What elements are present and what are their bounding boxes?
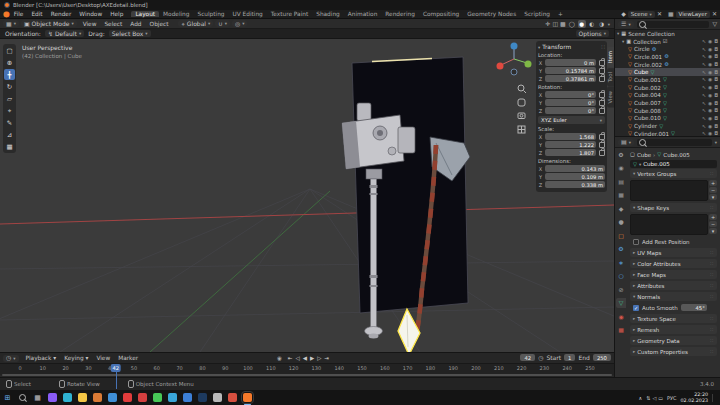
snap-dropdown[interactable]: ∪▾ (215, 20, 230, 27)
start-frame-field[interactable]: 1 (564, 354, 575, 361)
shading-wireframe-button[interactable]: ◯ (568, 20, 576, 28)
rotation-mode-dropdown[interactable]: XYZ Euler▾ (538, 116, 605, 124)
datablock-name-field[interactable]: ▽ ▾ Cube.005 (630, 160, 717, 168)
transform-tool[interactable]: ⌖ (4, 105, 15, 116)
shading-material-button[interactable]: ◐ (588, 20, 596, 28)
selectable-icon[interactable]: ↖ (702, 77, 706, 82)
render-camera-icon[interactable]: ◘ (714, 124, 718, 129)
hide-eye-icon[interactable]: ◉ (708, 85, 712, 90)
play-reverse-button[interactable]: ◀ (302, 355, 308, 361)
menu-render[interactable]: Render (47, 11, 76, 17)
render-camera-icon[interactable]: ◘ (714, 93, 718, 98)
office-grid[interactable] (228, 393, 237, 402)
render-camera-icon[interactable]: ◘ (714, 39, 718, 44)
transform-value-field[interactable]: 0.109 m (545, 173, 605, 180)
panel-header-geometry-data[interactable]: ▸Geometry Data∷ (630, 336, 717, 345)
transform-value-field[interactable]: 0.338 m (545, 181, 605, 188)
file-explorer[interactable] (78, 393, 87, 402)
navigation-gizmo[interactable] (497, 43, 532, 76)
transform-value-field[interactable]: 0.15784 m (545, 67, 596, 74)
selectable-icon[interactable]: ↖ (702, 116, 706, 121)
taskbar-clock[interactable]: 22:20 02.02.2023 (681, 392, 708, 403)
gizmo-neg-axis[interactable] (511, 69, 517, 75)
workspace-tab-uv-editing[interactable]: UV Editing (229, 11, 267, 17)
menu-edit[interactable]: Edit (27, 11, 46, 17)
search-button[interactable] (18, 393, 27, 402)
material-tab[interactable]: ◉ (616, 311, 626, 321)
constraints-tab[interactable]: ⊘ (616, 284, 626, 294)
proportional-editing-dropdown[interactable]: ◎▾ (232, 20, 248, 27)
add-workspace-button[interactable]: + (554, 11, 567, 17)
transform-value-field[interactable]: 1.222 (545, 141, 596, 148)
selectable-icon[interactable]: ↖ (702, 124, 706, 129)
outliner-row-collection[interactable]: ▾▣Collection☑↖◉◘ (615, 38, 720, 46)
remove-view-layer-icon[interactable]: ✕ (712, 11, 717, 17)
orientation-default-dropdown[interactable]: ↯ Default▾ (45, 30, 84, 37)
transform-value-field[interactable]: 0.143 m (545, 165, 605, 172)
hide-eye-icon[interactable]: ◉ (708, 116, 712, 121)
physics-tab[interactable]: ○ (616, 271, 626, 281)
yandex-browser[interactable] (123, 393, 132, 402)
jump-to-start-button[interactable]: ⇤ (287, 355, 294, 361)
editor-type-dropdown[interactable]: ▦▾ (3, 20, 19, 27)
backdrop-plane[interactable] (352, 57, 468, 313)
panel-header-attributes[interactable]: ▸Attributes∷ (630, 281, 717, 290)
measure-tool[interactable]: ⊿ (4, 129, 15, 140)
jump-to-end-button[interactable]: ⇥ (323, 355, 330, 361)
whatsapp[interactable] (153, 393, 162, 402)
hide-eye-icon[interactable]: ◉ (708, 101, 712, 106)
outliner-row-cube.002[interactable]: ▽Cube.002▽↖◉◘ (615, 84, 720, 92)
telegram[interactable] (168, 393, 177, 402)
red-app[interactable] (138, 393, 147, 402)
render-camera-icon[interactable]: ◘ (714, 108, 718, 113)
workspace-tab-sculpting[interactable]: Sculpting (193, 11, 228, 17)
selectable-icon[interactable]: ↖ (702, 93, 706, 98)
world-tab[interactable]: ● (616, 217, 626, 227)
disclosure-icon[interactable]: ▾ (617, 31, 619, 36)
panel-header-texture-space[interactable]: ▸Texture Space∷ (630, 314, 717, 323)
viewport-menu-view[interactable]: View (79, 21, 101, 27)
xray-icon[interactable]: ▩ (560, 21, 566, 27)
object-tab[interactable]: ▢ (616, 230, 626, 240)
pan-hand-icon[interactable] (518, 99, 525, 106)
workspace-tab-scripting[interactable]: Scripting (520, 11, 554, 17)
n-panel-tab-view[interactable]: View (607, 87, 614, 108)
select-box-tool[interactable]: ▢ (4, 45, 15, 56)
options-dropdown[interactable]: Options▾ (576, 30, 609, 37)
gizmo-y-axis[interactable] (525, 61, 532, 68)
render-camera-icon[interactable]: ◘ (714, 85, 718, 90)
particles-tab[interactable]: ∗ (616, 257, 626, 267)
lock-icon[interactable] (599, 68, 605, 74)
lock-icon[interactable] (599, 142, 605, 148)
workspace-tab-rendering[interactable]: Rendering (381, 11, 419, 17)
view-layer-tab[interactable]: ▦ (616, 190, 626, 200)
tray-expand-icon[interactable]: ∧ (639, 395, 643, 401)
modifiers-tab[interactable]: ⚙ (616, 244, 626, 254)
previous-keyframe-button[interactable]: ◁ (294, 355, 300, 361)
timeline-menu-keying[interactable]: Keying ▾ (60, 355, 92, 361)
current-frame-indicator[interactable]: 42 (110, 364, 121, 372)
transform-value-field[interactable]: 0° (545, 107, 596, 114)
breadcrumb-object[interactable]: Cube (637, 152, 651, 158)
app-purple[interactable] (48, 393, 57, 402)
menu-file[interactable]: File (10, 11, 28, 17)
lock-icon[interactable] (599, 108, 605, 114)
overlays-icon[interactable]: ◫ (552, 21, 558, 27)
outliner-search-input[interactable] (637, 21, 710, 28)
lock-icon[interactable] (599, 60, 605, 66)
viewport-menu-object[interactable]: Object (146, 21, 173, 27)
network-icon[interactable]: ⇅ (646, 395, 650, 401)
edge-browser[interactable] (63, 393, 72, 402)
move-tool[interactable]: ╋ (4, 69, 15, 80)
selectable-icon[interactable]: ↖ (702, 85, 706, 90)
lock-icon[interactable] (599, 134, 605, 140)
list-area[interactable] (630, 180, 708, 201)
task-view-button[interactable]: ▦ (33, 393, 42, 402)
properties-search-input[interactable] (637, 139, 712, 146)
start-button[interactable]: ⊞ (3, 393, 12, 402)
3d-viewport[interactable]: User Perspective (42) Collection | Cube … (0, 39, 614, 352)
collapse-icon[interactable]: ▾ (538, 45, 540, 50)
filter-funnel-icon[interactable]: ▽ (712, 21, 717, 27)
keyboard-language[interactable]: РУС (667, 395, 677, 401)
cursor-tool[interactable]: ⊕ (4, 57, 15, 68)
